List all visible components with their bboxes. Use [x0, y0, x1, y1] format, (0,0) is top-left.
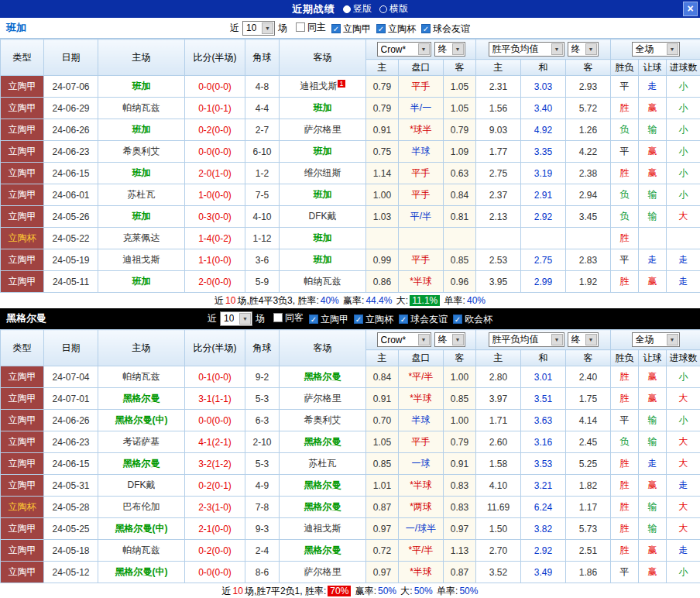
home-team-cell[interactable]: 苏杜瓦 [98, 184, 185, 206]
result-cell: 平 [611, 410, 639, 431]
away-team-cell[interactable]: 黑格尔曼 [280, 475, 366, 497]
filter-checkbox-同主[interactable]: 同主 [296, 21, 326, 34]
home-team-cell[interactable]: 考诺萨基 [98, 431, 185, 453]
filter-checkbox-立陶甲[interactable]: ✓立陶甲 [309, 313, 348, 326]
away-team-cell[interactable]: 班加 [280, 249, 366, 271]
home-team-cell[interactable]: 帕纳瓦兹 [98, 98, 185, 119]
filter-checkbox-立陶杯[interactable]: ✓立陶杯 [354, 313, 393, 326]
ah-home-odds-cell: 0.86 [366, 271, 399, 293]
odds-company-select[interactable]: Crow*▼ [377, 332, 431, 347]
home-team-cell[interactable]: 克莱佩达 [98, 228, 185, 249]
scope-select[interactable]: 全场▼ [632, 332, 680, 347]
match-count-select[interactable]: 10▼ [220, 311, 252, 326]
home-team-cell[interactable]: 巴布伦加 [98, 497, 185, 518]
filter-checkboxes: 同客✓立陶甲✓立陶杯✓球会友谊✓欧会杯 [268, 311, 492, 326]
away-team-cell[interactable]: 班加 [280, 184, 366, 206]
result-cell: 胜 [611, 228, 639, 249]
ah-home-odds-cell: 0.85 [366, 453, 399, 475]
summary-text: 近 [222, 585, 232, 598]
eu-home-odds-cell: 3.95 [476, 271, 521, 293]
handicap-result-cell: 赢 [639, 163, 667, 184]
filter-checkbox-立陶甲[interactable]: ✓立陶甲 [331, 22, 371, 36]
away-team-cell[interactable]: 黑格尔曼 [280, 497, 366, 518]
match-count-select[interactable]: 10▼ [242, 21, 275, 36]
home-team-cell[interactable]: 班加 [98, 119, 185, 141]
corner-cell: 2-4 [245, 540, 280, 562]
col-header-eu-away: 客 [566, 350, 611, 366]
result-cell: 负 [611, 119, 639, 141]
away-team-cell[interactable]: 萨尔格里 [280, 119, 366, 141]
home-team-cell[interactable]: 黑格尔曼(中) [98, 518, 185, 540]
away-team-cell[interactable]: 班加 [280, 98, 366, 119]
home-team-cell[interactable]: 黑格尔曼 [98, 388, 185, 410]
away-team-cell[interactable]: 希奥利艾 [280, 410, 366, 431]
filter-checkbox-欧会杯[interactable]: ✓欧会杯 [453, 313, 492, 326]
filter-checkbox-球会友谊[interactable]: ✓球会友谊 [421, 22, 470, 36]
home-team-cell[interactable]: 帕纳瓦兹 [98, 540, 185, 562]
ah-final-select[interactable]: 终▼ [434, 332, 465, 347]
away-team-cell[interactable]: 帕纳瓦兹 [280, 271, 366, 293]
eu-draw-odds-cell: 2.91 [521, 184, 566, 206]
home-team-cell[interactable]: 黑格尔曼(中) [98, 562, 185, 583]
radio-icon [379, 5, 387, 13]
eu-odds-select[interactable]: 胜平负均值▼ [489, 42, 564, 57]
away-team-cell[interactable]: 黑格尔曼 [280, 540, 366, 562]
eu-away-odds-cell: 5.73 [566, 518, 611, 540]
eu-home-odds-cell: 9.03 [476, 119, 521, 141]
score-cell: 0-2(0-1) [185, 475, 245, 497]
home-team-cell[interactable]: 班加 [98, 206, 185, 228]
away-team-cell[interactable]: 迪祖戈斯 [280, 518, 366, 540]
home-team-cell[interactable]: 班加 [98, 76, 185, 98]
home-team-cell[interactable]: 黑格尔曼 [98, 453, 185, 475]
away-team-cell[interactable]: DFK戴 [280, 206, 366, 228]
ah-final-select[interactable]: 终▼ [434, 42, 465, 57]
away-team-cell[interactable]: 苏杜瓦 [280, 453, 366, 475]
col-header-corner: 角球 [245, 40, 280, 76]
match-row: 立陶甲24-06-01苏杜瓦1-0(0-0)7-5班加1.00平手0.842.3… [1, 184, 700, 206]
score-cell: 0-1(0-1) [185, 98, 245, 119]
odds-company-select[interactable]: Crow*▼ [377, 42, 431, 57]
filter-checkbox-同客[interactable]: 同客 [273, 311, 304, 325]
away-team-cell[interactable]: 萨尔格里 [280, 388, 366, 410]
corner-cell: 4-8 [245, 76, 280, 98]
ah-home-odds-cell [366, 228, 399, 249]
result-cell: 胜 [611, 540, 639, 562]
chevron-down-icon: ▼ [452, 43, 464, 55]
home-team-cell[interactable]: 帕纳瓦兹 [98, 366, 185, 388]
eu-odds-select[interactable]: 胜平负均值▼ [489, 332, 564, 347]
scope-select[interactable]: 全场▼ [632, 42, 680, 57]
home-team-cell[interactable]: DFK戴 [98, 475, 185, 497]
away-team-cell[interactable]: 萨尔格里 [280, 562, 366, 583]
away-team-cell[interactable]: 黑格尔曼 [280, 431, 366, 453]
away-team-cell[interactable]: 维尔纽斯 [280, 163, 366, 184]
checkbox-label: 球会友谊 [433, 22, 470, 36]
home-team-cell[interactable]: 希奥利艾 [98, 141, 185, 163]
summary-text: 赢率: [352, 585, 376, 598]
close-button[interactable]: × [683, 2, 698, 16]
home-team-cell[interactable]: 班加 [98, 271, 185, 293]
home-team-cell[interactable]: 迪祖戈斯 [98, 249, 185, 271]
col-header-home: 主场 [98, 330, 185, 366]
away-team-cell[interactable]: 迪祖戈斯1 [280, 76, 366, 98]
radio-icon [343, 5, 351, 13]
layout-option-1[interactable]: 横版 [379, 2, 408, 15]
away-team-cell[interactable]: 黑格尔曼 [280, 366, 366, 388]
filter-checkbox-立陶杯[interactable]: ✓立陶杯 [376, 22, 416, 36]
eu-final-select[interactable]: 终▼ [568, 42, 599, 57]
layout-option-0[interactable]: 竖版 [343, 2, 372, 15]
away-team-cell[interactable]: 班加 [280, 141, 366, 163]
match-row: 立陶甲24-06-26黑格尔曼(中)0-0(0-0)6-3希奥利艾0.70半球1… [1, 410, 700, 431]
summary-text: 赢率: [341, 294, 365, 308]
handicap-result-cell: 输 [639, 497, 667, 518]
filter-checkbox-球会友谊[interactable]: ✓球会友谊 [399, 313, 448, 326]
score-cell: 1-0(0-0) [185, 184, 245, 206]
goals-result-cell: 小 [667, 163, 700, 184]
goals-result-cell: 小 [667, 366, 700, 388]
home-team-cell[interactable]: 班加 [98, 163, 185, 184]
home-team-cell[interactable]: 黑格尔曼(中) [98, 410, 185, 431]
eu-final-select[interactable]: 终▼ [568, 332, 599, 347]
match-row: 立陶甲24-05-25黑格尔曼(中)2-1(0-0)9-3迪祖戈斯0.97一/球… [1, 518, 700, 540]
away-team-cell[interactable]: 班加 [280, 228, 366, 249]
eu-home-odds-cell: 4.10 [476, 475, 521, 497]
match-row: 立陶甲24-07-01黑格尔曼3-1(1-1)5-3萨尔格里0.91*半球0.8… [1, 388, 700, 410]
